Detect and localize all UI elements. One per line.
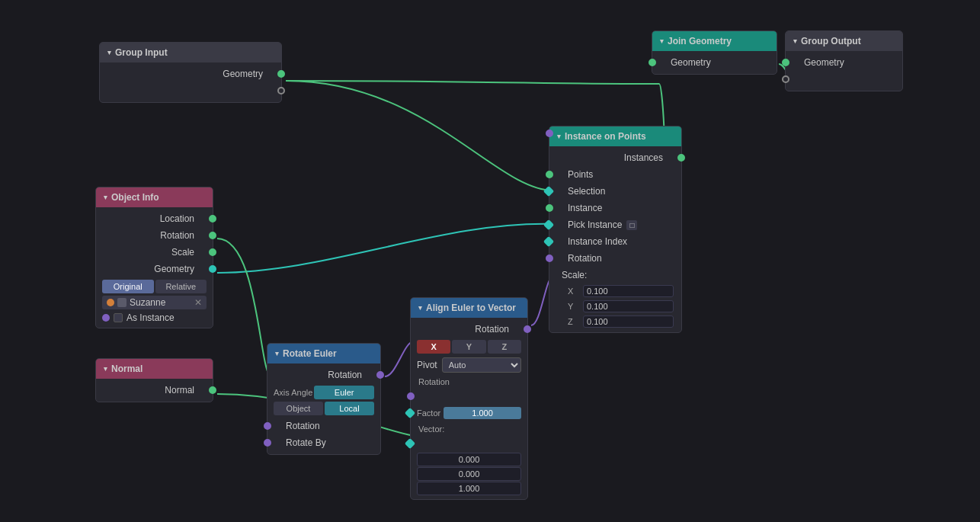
node-align-header[interactable]: ▾ Align Euler to Vector bbox=[411, 298, 527, 318]
scale-x-label: X bbox=[568, 287, 578, 296]
output-rotation-socket[interactable] bbox=[376, 371, 384, 379]
input-rotateby-socket[interactable] bbox=[264, 439, 271, 447]
output-extra-socket[interactable] bbox=[277, 87, 285, 94]
input-rotation-socket[interactable] bbox=[407, 392, 415, 400]
output-geometry-socket[interactable] bbox=[277, 70, 285, 78]
input-pick-socket[interactable] bbox=[543, 219, 554, 230]
output-rotation-row: Rotation bbox=[267, 367, 380, 383]
output-geom-socket[interactable] bbox=[209, 265, 216, 273]
output-instances-label: Instances bbox=[624, 152, 663, 163]
euler-button[interactable]: Euler bbox=[314, 386, 374, 399]
input-geometry-row: Geometry bbox=[652, 54, 777, 71]
output-rotation-socket[interactable] bbox=[524, 325, 531, 333]
chevron-icon: ▾ bbox=[275, 350, 279, 357]
input-rotation1-socket[interactable] bbox=[264, 422, 271, 430]
scale-z-row: Z 0.100 bbox=[549, 314, 681, 329]
x-axis-button[interactable]: X bbox=[417, 340, 450, 354]
chevron-icon: ▾ bbox=[660, 37, 664, 45]
input-selection-socket[interactable] bbox=[543, 186, 554, 197]
node-group-output: ▾ Group Output Geometry bbox=[785, 30, 903, 91]
axis-angle-label: Axis Angle bbox=[274, 386, 312, 399]
orange-dot-icon bbox=[107, 299, 114, 306]
input-points-socket[interactable] bbox=[546, 171, 553, 178]
node-group-output-header[interactable]: ▾ Group Output bbox=[786, 31, 902, 51]
node-align-body: Rotation X Y Z Pivot Auto Rotation Facto… bbox=[411, 318, 527, 499]
vector-socket[interactable] bbox=[405, 438, 415, 449]
input-geometry-socket[interactable] bbox=[649, 59, 656, 66]
factor-value[interactable]: 1.000 bbox=[444, 407, 521, 419]
pick-instance-checkbox[interactable]: □ bbox=[626, 220, 637, 230]
scale-socket[interactable] bbox=[546, 130, 553, 137]
chevron-icon: ▾ bbox=[793, 37, 797, 45]
output-rotation-socket[interactable] bbox=[209, 232, 216, 239]
output-rotation-label: Rotation bbox=[475, 324, 509, 335]
node-group-input-body: Geometry bbox=[100, 62, 281, 102]
node-normal: ▾ Normal Normal bbox=[95, 358, 213, 402]
object-selector[interactable]: Suzanne ✕ bbox=[102, 296, 207, 309]
input-rotation-socket[interactable] bbox=[546, 255, 553, 262]
scale-y-value: 0.100 bbox=[583, 300, 674, 312]
input-rotation1-row: Rotation bbox=[267, 418, 380, 434]
output-rotation-row: Rotation bbox=[411, 321, 527, 338]
node-join-geometry-body: Geometry bbox=[652, 51, 777, 74]
chevron-icon: ▾ bbox=[557, 133, 561, 140]
z-axis-button[interactable]: Z bbox=[488, 340, 521, 354]
node-object-info-header[interactable]: ▾ Object Info bbox=[96, 187, 213, 207]
chevron-icon: ▾ bbox=[107, 49, 111, 56]
node-group-input-title: Group Input bbox=[115, 47, 168, 58]
input-instance-socket[interactable] bbox=[546, 204, 553, 212]
factor-socket[interactable] bbox=[405, 408, 415, 418]
node-rotate-body: Rotation Axis Angle Euler Object Local R… bbox=[267, 363, 380, 454]
node-rotate-header[interactable]: ▾ Rotate Euler bbox=[267, 344, 380, 363]
node-object-info: ▾ Object Info Location Rotation Scale Ge… bbox=[95, 187, 213, 328]
output-extra-row bbox=[100, 82, 281, 99]
output-scale-socket[interactable] bbox=[209, 248, 216, 256]
input-instance-index-row: Instance Index bbox=[549, 233, 681, 250]
pivot-select[interactable]: Auto bbox=[442, 357, 521, 373]
chevron-icon: ▾ bbox=[418, 304, 422, 312]
output-normal-socket[interactable] bbox=[209, 386, 216, 394]
input-geometry-socket[interactable] bbox=[782, 59, 789, 66]
node-iop-header[interactable]: ▾ Instance on Points bbox=[549, 126, 681, 146]
axis-angle-group: Axis Angle Euler bbox=[274, 386, 374, 399]
input-selection-row: Selection bbox=[549, 183, 681, 200]
xyz-button-group: X Y Z bbox=[417, 340, 521, 354]
input-index-socket[interactable] bbox=[543, 236, 554, 247]
as-instance-checkbox[interactable] bbox=[114, 313, 123, 322]
local-button[interactable]: Local bbox=[325, 402, 374, 415]
node-join-geometry-header[interactable]: ▾ Join Geometry bbox=[652, 31, 777, 51]
node-join-geometry: ▾ Join Geometry Geometry bbox=[652, 30, 777, 75]
input-vector-row bbox=[411, 435, 527, 452]
scale-y-row: Y 0.100 bbox=[549, 299, 681, 314]
input-rotateby-label: Rotate By bbox=[286, 437, 326, 448]
input-rotation-row bbox=[411, 388, 527, 405]
output-normal-row: Normal bbox=[96, 382, 213, 399]
scale-z-label: Z bbox=[568, 317, 578, 326]
tab-original[interactable]: Original bbox=[102, 280, 154, 293]
input-rotation-row: Rotation bbox=[549, 250, 681, 267]
space-group: Object Local bbox=[274, 402, 374, 415]
input-rotation1-label: Rotation bbox=[286, 421, 320, 431]
node-group-input-header[interactable]: ▾ Group Input bbox=[100, 43, 281, 62]
node-normal-header[interactable]: ▾ Normal bbox=[96, 359, 213, 379]
input-rotation-label: Rotation bbox=[568, 253, 602, 264]
input-extra-socket[interactable] bbox=[782, 75, 789, 83]
node-rotate-title: Rotate Euler bbox=[283, 348, 337, 359]
object-button[interactable]: Object bbox=[274, 402, 323, 415]
input-geometry-label: Geometry bbox=[804, 57, 844, 68]
output-location-socket[interactable] bbox=[209, 215, 216, 223]
vector-section-label: Vector: bbox=[411, 421, 527, 435]
node-instance-on-points: ▾ Instance on Points Instances Points Se… bbox=[549, 126, 682, 333]
clear-object-button[interactable]: ✕ bbox=[194, 297, 202, 308]
tab-relative[interactable]: Relative bbox=[155, 280, 207, 293]
output-instances-row: Instances bbox=[549, 149, 681, 166]
input-points-row: Points bbox=[549, 166, 681, 183]
pivot-row: Pivot Auto bbox=[411, 356, 527, 374]
output-rotation-label: Rotation bbox=[160, 230, 194, 241]
node-align-euler: ▾ Align Euler to Vector Rotation X Y Z P… bbox=[410, 297, 528, 500]
vector-z-value: 1.000 bbox=[417, 482, 521, 495]
y-axis-button[interactable]: Y bbox=[452, 340, 485, 354]
pivot-label: Pivot bbox=[417, 360, 437, 370]
output-instances-socket[interactable] bbox=[677, 154, 685, 162]
output-geometry-row: Geometry bbox=[96, 261, 213, 277]
